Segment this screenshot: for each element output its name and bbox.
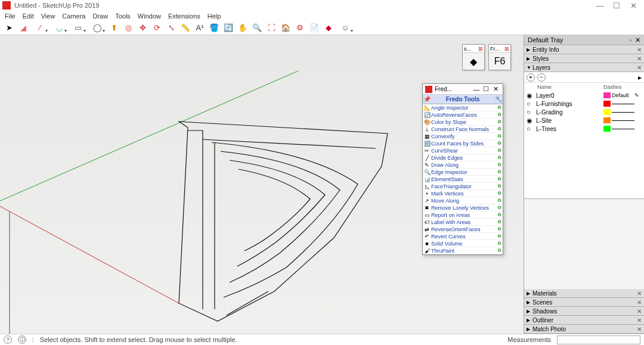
orbit-tool[interactable]: 🔄 bbox=[222, 22, 235, 34]
close-button[interactable]: ✕ bbox=[625, 1, 642, 10]
select-tool[interactable]: ➤ bbox=[2, 22, 16, 34]
menu-edit[interactable]: Edit bbox=[19, 13, 38, 20]
fredo-item-label-with-areas[interactable]: 🏷Label with Areas♻ bbox=[423, 219, 503, 226]
paint-tool[interactable]: 🪣 bbox=[208, 22, 221, 34]
text-tool[interactable]: A¹ bbox=[193, 22, 206, 34]
profile-tool[interactable]: ☺ bbox=[336, 22, 354, 34]
fredo-titlebar[interactable]: Fred... — ☐ ✕ bbox=[423, 84, 503, 95]
fredo-item-curvishear[interactable]: ✂CurviShear♻ bbox=[423, 147, 503, 154]
close-icon[interactable]: ⊠ bbox=[504, 46, 509, 52]
color-swatch[interactable] bbox=[603, 101, 611, 107]
menu-camera[interactable]: Camera bbox=[58, 13, 89, 20]
tray-pin-icon[interactable]: ▫ bbox=[629, 37, 631, 43]
visibility-icon[interactable] bbox=[527, 100, 536, 107]
minimize-button[interactable]: — bbox=[592, 1, 608, 10]
tray-section-match-photo[interactable]: ▶Match Photo✕ bbox=[524, 325, 644, 334]
rotate-tool[interactable]: ⟳ bbox=[150, 22, 163, 34]
menu-tools[interactable]: Tools bbox=[112, 13, 134, 20]
line-tool[interactable]: ∕ bbox=[31, 22, 49, 34]
ext-warehouse-tool[interactable]: ⚙ bbox=[293, 22, 306, 34]
help-icon[interactable]: ? bbox=[4, 335, 12, 344]
layers-col-name[interactable]: Name bbox=[537, 84, 603, 90]
visibility-icon[interactable] bbox=[527, 117, 536, 125]
fredo-maximize-button[interactable]: ☐ bbox=[481, 85, 491, 93]
tray-close-icon[interactable]: ✕ bbox=[635, 36, 640, 44]
menu-help[interactable]: Help bbox=[204, 13, 225, 20]
geolocation-icon[interactable]: ⓘ bbox=[18, 335, 26, 344]
menu-file[interactable]: File bbox=[1, 13, 19, 20]
fredo-item-construct-face-normals[interactable]: ⊥Construct Face Normals♻ bbox=[423, 126, 503, 133]
section-close-icon[interactable]: ✕ bbox=[637, 317, 642, 324]
fredo-item-angle-inspector[interactable]: 📐Angle Inspector♻ bbox=[423, 104, 503, 111]
fredo-item-facetriangulator[interactable]: ◺FaceTriangulator♻ bbox=[423, 183, 503, 190]
section-close-icon[interactable]: ✕ bbox=[637, 308, 642, 315]
tray-section-materials[interactable]: ▶Materials✕ bbox=[524, 289, 644, 298]
menu-extensions[interactable]: Extensions bbox=[165, 13, 204, 20]
move-tool[interactable]: ✥ bbox=[136, 22, 149, 34]
pushpull-tool[interactable]: ⬆ bbox=[107, 22, 120, 34]
section-close-icon[interactable]: ✕ bbox=[637, 46, 642, 53]
fredo-item-solid-volume[interactable]: ■Solid Volume♻ bbox=[423, 240, 503, 247]
tray-section-outliner[interactable]: ▶Outliner✕ bbox=[524, 316, 644, 325]
layers-col-dashes[interactable]: Dashes bbox=[603, 84, 642, 90]
color-swatch[interactable] bbox=[603, 117, 611, 123]
fredo-item-move-along[interactable]: ↗Move Along♻ bbox=[423, 197, 503, 204]
fredo-item-revert-curves[interactable]: ↶Revert Curves♻ bbox=[423, 233, 503, 240]
visibility-icon[interactable] bbox=[527, 125, 536, 132]
tray-title[interactable]: Default Tray ▫ ✕ bbox=[524, 35, 644, 45]
fredo-close-button[interactable]: ✕ bbox=[491, 85, 500, 93]
add-layer-button[interactable]: + bbox=[527, 73, 535, 82]
pan-tool[interactable]: ✋ bbox=[236, 22, 249, 34]
remove-layer-button[interactable]: − bbox=[537, 73, 546, 82]
section-close-icon[interactable]: ✕ bbox=[637, 290, 642, 297]
tray-section-scenes[interactable]: ▶Scenes✕ bbox=[524, 298, 644, 307]
fredo-item-divide-edges[interactable]: ╱Divide Edges♻ bbox=[423, 154, 503, 161]
layer-row[interactable]: L-Trees bbox=[524, 125, 644, 133]
layout-tool[interactable]: 📄 bbox=[308, 22, 321, 34]
close-icon[interactable]: ⊠ bbox=[478, 46, 483, 52]
section-close-icon[interactable]: ✕ bbox=[637, 299, 642, 306]
tray-section-styles[interactable]: ▶Styles✕ bbox=[524, 54, 644, 63]
fredo-item-draw-along[interactable]: ✎Draw Along♻ bbox=[423, 161, 503, 169]
solid-tools[interactable]: s...⊠◆ bbox=[462, 44, 485, 70]
visibility-icon[interactable] bbox=[527, 92, 536, 100]
fredo-item-remove-lonely-vertices[interactable]: ✖Remove Lonely Vertices♻ bbox=[423, 204, 503, 212]
visibility-icon[interactable] bbox=[527, 108, 536, 116]
section-close-icon[interactable]: ✕ bbox=[637, 64, 642, 71]
zoom-tool[interactable]: 🔍 bbox=[250, 22, 264, 34]
menu-view[interactable]: View bbox=[38, 13, 59, 20]
zoom-extents-tool[interactable]: ⛶ bbox=[265, 22, 278, 34]
fredo-minimize-button[interactable]: — bbox=[472, 86, 481, 93]
fredo-launcher[interactable]: Fr...⊠F6 bbox=[488, 44, 511, 70]
tape-tool[interactable]: 📏 bbox=[179, 22, 192, 34]
fredo-item-elementstats[interactable]: 📊ElementStats♻ bbox=[423, 176, 503, 183]
rectangle-tool[interactable]: ▭ bbox=[69, 22, 87, 34]
fredo-item-report-on-areas[interactable]: ▭Report on Areas♻ bbox=[423, 212, 503, 219]
fredo-item-autoreversefaces[interactable]: 🔃AutoReverseFaces♻ bbox=[423, 111, 503, 119]
layer-row[interactable]: L-Grading bbox=[524, 108, 644, 116]
menu-window[interactable]: Window bbox=[134, 13, 165, 20]
fredo-item-color-by-slope[interactable]: 🎨Color by Slope♻ bbox=[423, 119, 503, 126]
section-close-icon[interactable]: ✕ bbox=[637, 55, 642, 62]
fredo-item-edge-inspector[interactable]: 🔍Edge Inspector♻ bbox=[423, 169, 503, 176]
fredo-item-thrupaint[interactable]: 🖌ThruPaint♻ bbox=[423, 247, 503, 254]
layer-row[interactable]: L-Furnishings bbox=[524, 100, 644, 108]
color-swatch[interactable] bbox=[603, 109, 611, 115]
color-swatch[interactable] bbox=[603, 126, 611, 132]
circle-tool[interactable]: ◯ bbox=[88, 22, 106, 34]
fredo-item-count-faces-by-sides[interactable]: 🔢Count Faces by Sides♻ bbox=[423, 140, 503, 147]
menu-draw[interactable]: Draw bbox=[89, 13, 112, 20]
tray-section-shadows[interactable]: ▶Shadows✕ bbox=[524, 307, 644, 316]
tray-section-entity-info[interactable]: ▶Entity Info✕ bbox=[524, 45, 644, 54]
ruby-tool[interactable]: ◆ bbox=[322, 22, 335, 34]
maximize-button[interactable]: ☐ bbox=[608, 1, 625, 10]
scale-tool[interactable]: ⤡ bbox=[165, 22, 178, 34]
pencil-icon[interactable]: ✎ bbox=[634, 92, 642, 98]
warehouse-tool[interactable]: 🏠 bbox=[279, 22, 292, 34]
offset-tool[interactable]: ◎ bbox=[122, 22, 135, 34]
layer-row[interactable]: L-Site bbox=[524, 116, 644, 125]
fredo-item-reverseorientfaces[interactable]: ⇄ReverseOrientFaces♻ bbox=[423, 226, 503, 233]
gear-icon[interactable]: 🔧 bbox=[494, 96, 503, 102]
arc-tool[interactable]: ◡ bbox=[50, 22, 68, 34]
tray-section-layers[interactable]: ▼ Layers ✕ bbox=[524, 63, 644, 72]
